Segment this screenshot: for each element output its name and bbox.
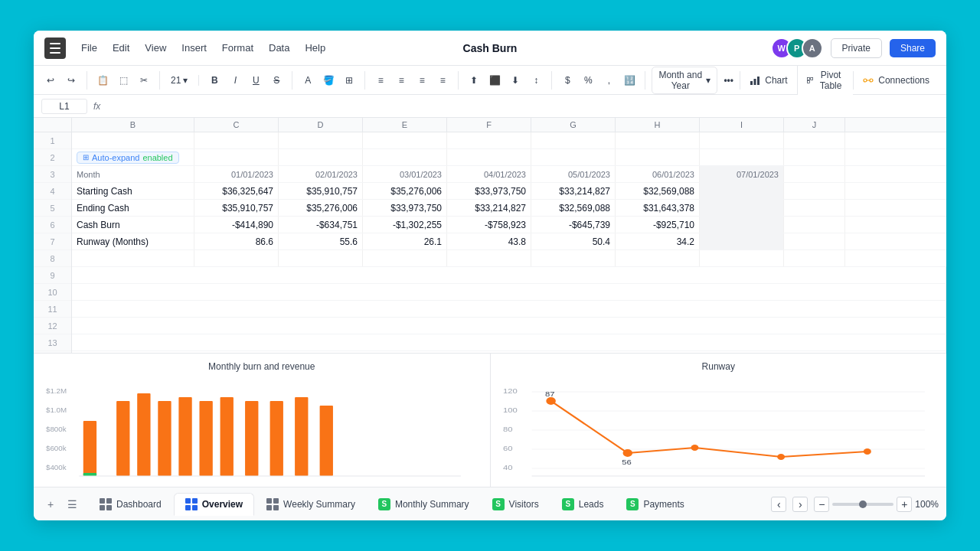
cell-i1[interactable] xyxy=(700,132,784,148)
cell-e6[interactable]: -$1,302,255 xyxy=(363,217,447,233)
cell-i2[interactable] xyxy=(700,149,784,165)
wrap-button[interactable]: ⬚ xyxy=(114,71,132,90)
cell-e8[interactable] xyxy=(363,250,447,266)
cell-j2[interactable] xyxy=(784,149,845,165)
pivot-table-button[interactable]: Pivot Table xyxy=(797,66,854,95)
cell-g6[interactable]: -$645,739 xyxy=(531,217,616,233)
cell-e3[interactable]: 03/01/2023 xyxy=(363,166,447,182)
cut-button[interactable]: ✂ xyxy=(135,71,153,90)
cell-f2[interactable] xyxy=(447,149,531,165)
cell-h5[interactable]: $31,643,378 xyxy=(616,200,700,216)
italic-button[interactable]: I xyxy=(226,71,244,90)
cell-i8[interactable] xyxy=(700,250,784,266)
cell-c4[interactable]: $36,325,647 xyxy=(194,183,279,199)
cell-c8[interactable] xyxy=(194,250,279,266)
cell-e7[interactable]: 26.1 xyxy=(363,233,447,249)
font-size-selector[interactable]: 21 ▾ xyxy=(166,75,192,86)
cell-c1[interactable] xyxy=(194,132,279,148)
cell-c2[interactable] xyxy=(194,149,279,165)
cell-i6[interactable] xyxy=(700,217,784,233)
cell-e4[interactable]: $35,276,006 xyxy=(363,183,447,199)
currency-button[interactable]: $ xyxy=(558,71,577,90)
fill-color-button[interactable]: 🪣 xyxy=(319,71,338,90)
cell-b8[interactable] xyxy=(72,250,194,266)
tab-leads[interactable]: S Leads xyxy=(551,494,615,515)
share-button[interactable]: Share xyxy=(890,39,936,57)
chart-button[interactable]: Chart xyxy=(740,71,796,90)
tab-overview[interactable]: Overview xyxy=(174,493,254,516)
cell-e1[interactable] xyxy=(363,132,447,148)
cell-f6[interactable]: -$758,923 xyxy=(447,217,531,233)
cell-h2[interactable] xyxy=(616,149,700,165)
cell-h3[interactable]: 06/01/2023 xyxy=(616,166,700,182)
cell-h8[interactable] xyxy=(616,250,700,266)
menu-insert[interactable]: Insert xyxy=(174,37,214,58)
valign-top-button[interactable]: ⬆ xyxy=(465,71,483,90)
cell-j4[interactable] xyxy=(784,183,845,199)
tab-weekly-summary[interactable]: Weekly Summary xyxy=(256,494,366,515)
menu-view[interactable]: View xyxy=(137,37,174,58)
align-right-button[interactable]: ≡ xyxy=(413,71,431,90)
cell-f4[interactable]: $33,973,750 xyxy=(447,183,531,199)
cell-h4[interactable]: $32,569,088 xyxy=(616,183,700,199)
percent-button[interactable]: % xyxy=(579,71,597,90)
cell-b1[interactable] xyxy=(72,132,194,148)
tab-dashboard[interactable]: Dashboard xyxy=(89,494,172,515)
underline-button[interactable]: U xyxy=(247,71,265,90)
cell-b7[interactable]: Runway (Months) xyxy=(72,233,194,249)
menu-help[interactable]: Help xyxy=(297,37,333,58)
align-left-button[interactable]: ≡ xyxy=(371,71,390,90)
cell-f5[interactable]: $33,214,827 xyxy=(447,200,531,216)
cell-e5[interactable]: $33,973,750 xyxy=(363,200,447,216)
tab-visitors[interactable]: S Visitors xyxy=(482,494,550,515)
cell-e2[interactable] xyxy=(363,149,447,165)
zoom-in-button[interactable]: + xyxy=(897,497,912,512)
menu-format[interactable]: Format xyxy=(214,37,261,58)
menu-edit[interactable]: Edit xyxy=(105,37,137,58)
valign-mid-button[interactable]: ⬛ xyxy=(485,71,504,90)
cell-d6[interactable]: -$634,751 xyxy=(279,217,363,233)
tab-monthly-summary[interactable]: S Monthly Summary xyxy=(368,494,480,515)
cell-j1[interactable] xyxy=(784,132,845,148)
undo-button[interactable]: ↩ xyxy=(41,71,60,90)
cell-c3[interactable]: 01/01/2023 xyxy=(194,166,279,182)
private-button[interactable]: Private xyxy=(831,38,882,58)
valign-bot-button[interactable]: ⬇ xyxy=(506,71,524,90)
cell-f7[interactable]: 43.8 xyxy=(447,233,531,249)
cell-d5[interactable]: $35,276,006 xyxy=(279,200,363,216)
cell-i4[interactable] xyxy=(700,183,784,199)
cell-j8[interactable] xyxy=(784,250,845,266)
cell-d8[interactable] xyxy=(279,250,363,266)
cell-d3[interactable]: 02/01/2023 xyxy=(279,166,363,182)
text-rotate-button[interactable]: ↕ xyxy=(527,71,545,90)
cell-g8[interactable] xyxy=(531,250,616,266)
menu-file[interactable]: File xyxy=(74,37,105,58)
prev-sheet-button[interactable]: ‹ xyxy=(771,497,786,512)
date-filter-button[interactable]: Month and Year ▾ xyxy=(652,67,717,94)
strikethrough-button[interactable]: S xyxy=(267,71,286,90)
cell-b5[interactable]: Ending Cash xyxy=(72,200,194,216)
cell-f1[interactable] xyxy=(447,132,531,148)
cell-g5[interactable]: $32,569,088 xyxy=(531,200,616,216)
cell-c6[interactable]: -$414,890 xyxy=(194,217,279,233)
cell-b4[interactable]: Starting Cash xyxy=(72,183,194,199)
cell-h7[interactable]: 34.2 xyxy=(616,233,700,249)
cell-b6[interactable]: Cash Burn xyxy=(72,217,194,233)
cell-h6[interactable]: -$925,710 xyxy=(616,217,700,233)
redo-button[interactable]: ↪ xyxy=(62,71,80,90)
cell-b3[interactable]: Month xyxy=(72,166,194,182)
copy-format-button[interactable]: 📋 xyxy=(93,71,112,90)
zoom-out-button[interactable]: − xyxy=(814,497,829,512)
cell-j7[interactable] xyxy=(784,233,845,249)
cell-j5[interactable] xyxy=(784,200,845,216)
cell-f8[interactable] xyxy=(447,250,531,266)
sheet-list-button[interactable]: ☰ xyxy=(63,495,81,514)
comma-button[interactable]: , xyxy=(599,71,618,90)
cell-h1[interactable] xyxy=(616,132,700,148)
cell-c5[interactable]: $35,910,757 xyxy=(194,200,279,216)
cell-i7[interactable] xyxy=(700,233,784,249)
connections-button[interactable]: Connections xyxy=(853,71,939,90)
cell-g4[interactable]: $33,214,827 xyxy=(531,183,616,199)
cell-d7[interactable]: 55.6 xyxy=(279,233,363,249)
cell-d2[interactable] xyxy=(279,149,363,165)
